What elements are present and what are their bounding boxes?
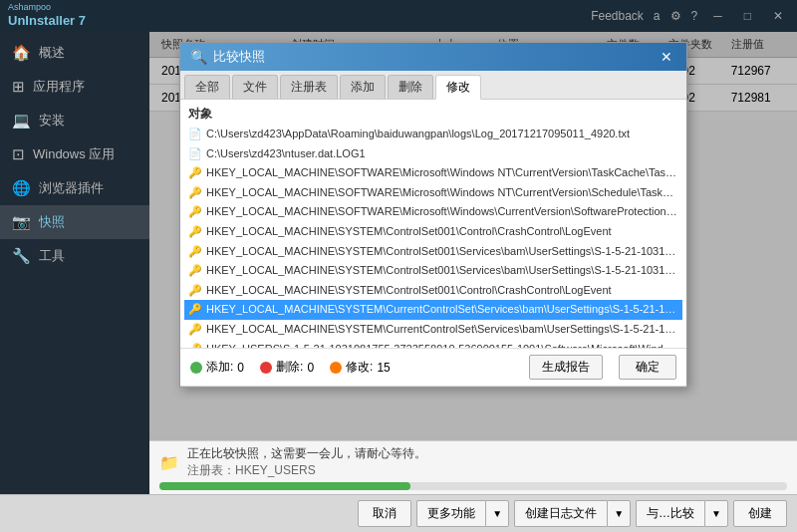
list-item[interactable]: 📄 C:\Users\zd423\ntuser.dat.LOG1 [184, 144, 682, 164]
progress-bar [159, 482, 410, 490]
compare-arrow[interactable]: ▼ [704, 500, 728, 527]
create-log-dropdown: 创建日志文件 ▼ [514, 500, 631, 527]
modal-title-bar: 🔍 比较快照 ✕ [180, 43, 686, 71]
dot-modify [330, 362, 342, 374]
tab-all[interactable]: 全部 [184, 75, 230, 99]
tools-icon: 🔧 [12, 247, 31, 265]
reg-icon: 🔑 [188, 341, 202, 349]
reg-icon: 🔑 [188, 184, 202, 202]
summary-delete: 删除: 0 [260, 359, 314, 376]
list-item[interactable]: 🔑 HKEY_LOCAL_MACHINE\SYSTEM\CurrentContr… [184, 300, 682, 320]
sidebar-item-apps[interactable]: ⊞ 应用程序 [0, 70, 149, 104]
create-log-arrow[interactable]: ▼ [607, 500, 631, 527]
summary-add: 添加: 0 [190, 359, 244, 376]
compare-button[interactable]: 与…比较 [636, 500, 704, 527]
sidebar-item-tools[interactable]: 🔧 工具 [0, 239, 149, 273]
modal-ok-button[interactable]: 确定 [619, 355, 676, 380]
sidebar-item-install[interactable]: 💻 安装 [0, 104, 149, 137]
tab-file[interactable]: 文件 [232, 75, 278, 99]
list-item[interactable]: 🔑 HKEY_USERS\S-1-5-21-1031081755-3723558… [184, 340, 682, 349]
reg-icon: 🔑 [188, 243, 202, 261]
dot-delete [260, 362, 272, 374]
list-item[interactable]: 🔑 HKEY_LOCAL_MACHINE\SOFTWARE\Microsoft\… [184, 202, 682, 222]
bottom-buttons-bar: 取消 更多功能 ▼ 创建日志文件 ▼ 与…比较 ▼ 创建 [0, 494, 797, 532]
snapshot-icon: 📷 [12, 213, 31, 231]
apps-icon: ⊞ [12, 78, 25, 96]
list-item[interactable]: 🔑 HKEY_LOCAL_MACHINE\SOFTWARE\Microsoft\… [184, 183, 682, 203]
compare-modal: 🔍 比较快照 ✕ 全部 文件 注册表 添加 删除 修改 对象 [179, 42, 687, 388]
reg-icon: 🔑 [188, 262, 202, 280]
reg-icon: 🔑 [188, 321, 202, 339]
reg-icon: 🔑 [188, 301, 202, 319]
maximize-button[interactable]: □ [738, 9, 757, 23]
more-features-button[interactable]: 更多功能 [416, 500, 485, 527]
title-icon-a[interactable]: a [654, 9, 661, 23]
status-bar: 📁 正在比较快照，这需要一会儿，请耐心等待。 注册表：HKEY_USERS [149, 440, 797, 494]
more-features-arrow[interactable]: ▼ [485, 500, 509, 527]
cancel-button[interactable]: 取消 [358, 500, 411, 527]
list-item[interactable]: 🔑 HKEY_LOCAL_MACHINE\SYSTEM\ControlSet00… [184, 281, 682, 301]
sidebar-item-overview[interactable]: 🏠 概述 [0, 36, 149, 70]
list-item[interactable]: 🔑 HKEY_LOCAL_MACHINE\SYSTEM\CurrentContr… [184, 320, 682, 340]
status-subtext: 注册表：HKEY_USERS [187, 462, 426, 479]
file-icon: 📄 [188, 145, 202, 163]
tab-delete[interactable]: 删除 [388, 75, 433, 99]
list-item[interactable]: 🔑 HKEY_LOCAL_MACHINE\SYSTEM\ControlSet00… [184, 242, 682, 262]
gear-icon[interactable]: ⚙ [670, 9, 681, 23]
generate-report-button[interactable]: 生成报告 [529, 355, 603, 380]
winapps-icon: ⊡ [12, 145, 25, 163]
sidebar-item-snapshot[interactable]: 📷 快照 [0, 205, 149, 239]
reg-icon: 🔑 [188, 282, 202, 300]
sidebar: 🏠 概述 ⊞ 应用程序 💻 安装 ⊡ Windows 应用 🌐 浏览器插件 📷 … [0, 32, 149, 494]
app-logo: Ashampoo UnInstaller 7 [8, 2, 86, 31]
modal-section-label: 对象 [184, 104, 682, 125]
tab-registry[interactable]: 注册表 [280, 75, 338, 99]
tab-add[interactable]: 添加 [340, 75, 386, 99]
list-item[interactable]: 📄 C:\Users\zd423\AppData\Roaming\baiduwa… [184, 125, 682, 144]
minimize-button[interactable]: ─ [707, 9, 728, 23]
dot-add [190, 362, 202, 374]
close-button[interactable]: ✕ [767, 9, 789, 23]
modal-title-icon: 🔍 [190, 49, 207, 65]
home-icon: 🏠 [12, 44, 31, 62]
sidebar-item-browser[interactable]: 🌐 浏览器插件 [0, 171, 149, 205]
modal-title-text: 比较快照 [213, 48, 265, 66]
install-icon: 💻 [12, 112, 31, 130]
modal-content: 对象 📄 C:\Users\zd423\AppData\Roaming\baid… [180, 100, 686, 349]
summary-modify: 修改: 15 [330, 359, 391, 376]
reg-icon: 🔑 [188, 203, 202, 221]
create-log-button[interactable]: 创建日志文件 [514, 500, 607, 527]
list-item[interactable]: 🔑 HKEY_LOCAL_MACHINE\SYSTEM\ControlSet00… [184, 261, 682, 281]
help-icon[interactable]: ? [691, 9, 698, 23]
feedback-link[interactable]: Feedback [591, 9, 644, 23]
reg-icon: 🔑 [188, 223, 202, 241]
compare-dropdown: 与…比较 ▼ [636, 500, 728, 527]
create-button[interactable]: 创建 [733, 500, 787, 527]
summary-section: 添加: 0 删除: 0 修改: 15 生成报告 确定 [180, 349, 686, 387]
tab-modify[interactable]: 修改 [435, 75, 481, 100]
status-text: 正在比较快照，这需要一会儿，请耐心等待。 [187, 445, 426, 462]
modal-tabs: 全部 文件 注册表 添加 删除 修改 [180, 71, 686, 100]
modal-close-button[interactable]: ✕ [657, 49, 676, 65]
list-item[interactable]: 🔑 HKEY_LOCAL_MACHINE\SOFTWARE\Microsoft\… [184, 163, 682, 183]
list-item[interactable]: 🔑 HKEY_LOCAL_MACHINE\SYSTEM\ControlSet00… [184, 222, 682, 242]
status-folder-icon: 📁 [159, 453, 179, 472]
sidebar-item-winapps[interactable]: ⊡ Windows 应用 [0, 137, 149, 171]
file-icon: 📄 [188, 126, 202, 143]
browser-icon: 🌐 [12, 179, 31, 197]
reg-icon: 🔑 [188, 164, 202, 182]
more-features-dropdown: 更多功能 ▼ [416, 500, 509, 527]
